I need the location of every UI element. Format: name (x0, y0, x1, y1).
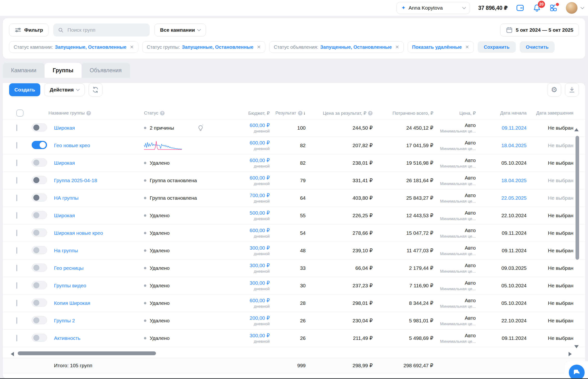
save-filters-button[interactable]: Сохранить (478, 41, 516, 53)
budget-value[interactable]: 600,00 ₽ (207, 298, 270, 303)
tab-ads[interactable]: Объявления (82, 63, 130, 78)
close-icon[interactable]: ✕ (395, 44, 399, 50)
select-all-checkbox[interactable] (16, 110, 24, 117)
scroll-down-arrow[interactable] (574, 345, 579, 348)
horizontal-scrollbar[interactable] (18, 351, 156, 355)
budget-value[interactable]: 300,00 ₽ (207, 263, 270, 268)
row-checkbox[interactable] (16, 125, 17, 131)
create-button[interactable]: Создать (9, 83, 40, 96)
scroll-left-arrow[interactable] (11, 352, 14, 356)
budget-value[interactable]: 600,00 ₽ (207, 228, 270, 233)
row-toggle[interactable] (32, 211, 47, 219)
group-name-link[interactable]: НА группы (54, 195, 78, 201)
row-toggle[interactable] (32, 246, 47, 254)
group-name-link[interactable]: Широкая (54, 125, 75, 131)
filter-chip-show-deleted[interactable]: Показать удалённые ✕ (407, 41, 474, 53)
budget-value[interactable]: 600,00 ₽ (207, 140, 270, 146)
row-toggle[interactable] (32, 141, 47, 149)
clear-filters-button[interactable]: Очистить (520, 41, 555, 53)
row-checkbox[interactable] (16, 335, 17, 341)
profile-menu[interactable] (566, 2, 584, 14)
row-toggle[interactable] (32, 176, 47, 184)
row-toggle[interactable] (32, 123, 47, 131)
start-date[interactable]: 22.10.2024 (476, 318, 527, 324)
row-checkbox[interactable] (16, 247, 17, 254)
group-name-link[interactable]: Группа 2025-04-18 (54, 178, 97, 183)
row-checkbox[interactable] (16, 265, 17, 271)
actions-button[interactable]: Действия (44, 83, 85, 96)
start-date[interactable]: 05.10.2024 (476, 300, 527, 306)
scroll-right-arrow[interactable] (569, 352, 572, 356)
start-date[interactable]: 05.10.2024 (476, 283, 527, 288)
row-checkbox[interactable] (16, 195, 17, 201)
row-toggle[interactable] (32, 299, 47, 307)
row-toggle[interactable] (32, 334, 47, 342)
column-group-name[interactable]: Название группы? (48, 111, 132, 116)
start-date[interactable]: 22.10.2024 (476, 213, 527, 219)
budget-value[interactable]: 300,00 ₽ (207, 280, 270, 286)
column-cost-per-result[interactable]: Цена за результат, ₽? (306, 111, 373, 116)
group-name-link[interactable]: Широкая (54, 160, 75, 166)
budget-value[interactable]: 200,00 ₽ (207, 315, 270, 321)
start-date[interactable]: 09.03.2025 (476, 265, 527, 271)
row-toggle[interactable] (32, 281, 47, 289)
group-name-link[interactable]: Группы 2 (54, 318, 75, 323)
scroll-up-arrow[interactable] (574, 128, 579, 131)
row-checkbox[interactable] (16, 160, 17, 166)
close-icon[interactable]: ✕ (465, 44, 469, 50)
group-name-link[interactable]: На группы (54, 248, 78, 253)
group-name-link[interactable]: Копия Широкая (54, 300, 90, 306)
row-toggle[interactable] (32, 193, 47, 202)
group-name-link[interactable]: Гео ресницы (54, 265, 83, 271)
tab-groups[interactable]: Группы (45, 63, 82, 78)
column-budget[interactable]: Бюджет, ₽ (207, 111, 270, 116)
start-date[interactable]: 09.11.2024 (476, 335, 527, 341)
filter-chip-campaign-status[interactable]: Статус кампании: Запущенные, Остановленн… (9, 41, 138, 53)
account-selector[interactable]: ✦ Anna Kopytova (397, 2, 470, 14)
close-icon[interactable]: ✕ (130, 44, 134, 50)
refresh-button[interactable] (89, 83, 103, 96)
budget-value[interactable]: 300,00 ₽ (207, 245, 270, 251)
row-checkbox[interactable] (16, 317, 17, 324)
notifications-button[interactable]: 20 (533, 4, 541, 12)
close-icon[interactable]: ✕ (257, 44, 261, 50)
support-chat-button[interactable] (569, 364, 585, 379)
start-date[interactable]: 09.11.2024 (476, 230, 527, 236)
budget-value[interactable]: 500,00 ₽ (207, 210, 270, 216)
tab-campaigns[interactable]: Кампании (3, 63, 45, 78)
row-checkbox[interactable] (16, 230, 17, 236)
start-date[interactable]: 18.04.2025 (476, 178, 527, 183)
row-toggle[interactable] (32, 264, 47, 272)
filter-chip-ad-status[interactable]: Статус объявления: Запущенные, Остановле… (269, 41, 404, 53)
row-toggle[interactable] (32, 316, 47, 324)
column-end-date[interactable]: Дата завершения (527, 111, 573, 116)
group-name-link[interactable]: Широкая (54, 213, 75, 218)
vertical-scrollbar[interactable] (575, 136, 579, 260)
group-name-link[interactable]: Гео новые крео (54, 142, 90, 148)
apps-button[interactable] (549, 4, 558, 12)
row-checkbox[interactable] (16, 212, 17, 219)
column-status[interactable]: Статус? (132, 111, 207, 116)
row-checkbox[interactable] (16, 177, 17, 184)
wallet-button[interactable] (516, 4, 524, 12)
budget-value[interactable]: 700,00 ₽ (207, 192, 270, 198)
campaigns-select[interactable]: Все кампании (154, 24, 206, 36)
export-button[interactable] (565, 83, 579, 96)
group-name-link[interactable]: Широкая новые крео (54, 230, 103, 236)
start-date[interactable]: 05.10.2024 (476, 160, 527, 166)
filter-button[interactable]: Фильтр (9, 24, 48, 36)
start-date[interactable]: 18.04.2025 (476, 142, 527, 148)
group-name-link[interactable]: Активность (54, 335, 80, 341)
column-price[interactable]: Цена, ₽ (433, 111, 476, 116)
budget-value[interactable]: 600,00 ₽ (207, 158, 270, 163)
idea-hint-icon[interactable] (197, 124, 204, 132)
search-input[interactable] (67, 27, 145, 33)
budget-value[interactable]: 300,00 ₽ (207, 333, 270, 338)
column-total-spent[interactable]: Потрачено всего, ₽ (373, 111, 433, 116)
row-checkbox[interactable] (16, 142, 17, 149)
table-settings-button[interactable]: ⚙ (547, 83, 561, 96)
start-date[interactable]: 09.11.2024 (476, 125, 527, 131)
start-date[interactable]: 22.05.2025 (476, 195, 527, 201)
column-start-date[interactable]: Дата начала (476, 111, 527, 116)
budget-value[interactable]: 600,00 ₽ (207, 175, 270, 181)
